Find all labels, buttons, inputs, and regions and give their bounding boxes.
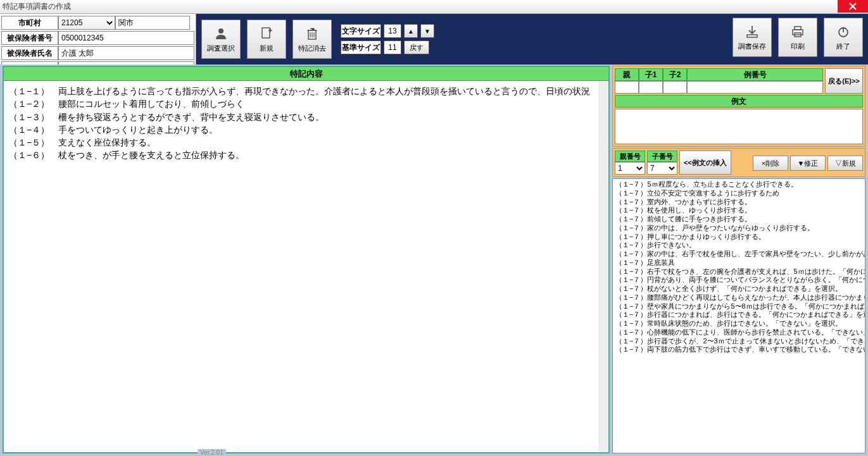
insured-no-label: 被保険者番号 — [1, 31, 58, 45]
example-no-value — [687, 81, 823, 94]
font-size-input[interactable] — [384, 24, 401, 38]
parent-no-header: 親番号 — [615, 151, 645, 162]
example-list-item[interactable]: （１−７）室内外、つかまらずに歩行する。 — [615, 198, 862, 207]
version-label: Ver.2.01 — [198, 449, 226, 456]
example-list-item[interactable]: （１−７）杖がないと全く歩けず、「何かにつかまればできる」を選択。 — [615, 285, 862, 293]
titlebar: 特記事項調書の作成 — [0, 0, 868, 14]
notes-pane: 特記内容 （１−１） 両上肢を上げるように言っても指示が入らず、再現できなかった… — [3, 66, 610, 453]
child-no-select[interactable]: 7 — [647, 162, 677, 175]
parent-value — [615, 81, 639, 94]
child2-header: 子2 — [663, 68, 687, 81]
example-text-header: 例文 — [615, 95, 863, 108]
example-list-item[interactable]: （１−７）5ｍ程度なら、立ち止まることなく歩行できる。 — [615, 180, 862, 189]
edit-button[interactable]: ▼修正 — [790, 156, 826, 171]
example-list-item[interactable]: （１−７）家の中は、右手で杖を使用し、左手で家具や壁をつたい、少し前かがみにな — [615, 250, 862, 259]
font-size-up-button[interactable]: ▲ — [404, 24, 418, 38]
parent-no-select[interactable]: 1 — [615, 162, 645, 175]
trash-icon — [305, 26, 320, 41]
window-title: 特記事項調書の作成 — [3, 1, 71, 12]
insured-no: 0500012345 — [58, 31, 194, 45]
base-size-label: 基準サイズ — [341, 40, 381, 54]
new-example-button[interactable]: ▽新規 — [827, 156, 863, 171]
example-list-item[interactable]: （１−７）心肺機能の低下により、医師から歩行を禁止されている。「できない」を選択 — [615, 328, 862, 337]
notes-textarea[interactable]: （１−１） 両上肢を上げるように言っても指示が入らず、再現できなかった。介護者に… — [4, 81, 598, 452]
city-name: 関市 — [115, 16, 190, 30]
example-list-item[interactable]: （１−７）歩行器で歩くが、2〜3ｍで止まって休まないと歩けないため、「できない」… — [615, 337, 862, 346]
select-survey-button[interactable]: 調査選択 — [201, 20, 241, 59]
parent-header: 親 — [615, 68, 639, 81]
example-list-item[interactable]: （１−７）家の中は、戸や壁をつたいながらゆっくり歩行する。 — [615, 224, 862, 233]
print-button[interactable]: 印刷 — [778, 18, 817, 57]
save-button[interactable]: 調書保存 — [733, 18, 772, 57]
base-size-input[interactable] — [384, 40, 401, 54]
reference-control-panel: 親番号 1 子番号 7 <<例文の挿入 ×削除 ▼修正 ▽新規 — [612, 148, 865, 177]
exit-button[interactable]: 終了 — [824, 18, 863, 57]
main-toolbar: 調査選択 新規 特記消去 文字サイズ ▲ ▼ 基準サイズ — [196, 14, 868, 65]
scrollbar[interactable] — [598, 81, 608, 452]
example-list-item[interactable]: （１−７）腰部痛がひどく再現はしてもらえなかったが、本人は歩行器につかまり、1日… — [615, 293, 862, 302]
clear-button[interactable]: 特記消去 — [292, 20, 332, 59]
delete-button[interactable]: ×削除 — [753, 156, 788, 171]
insured-name-label: 被保険者氏名 — [1, 46, 58, 60]
example-list-item[interactable]: （１−７）右手で杖をつき、左の腕を介護者が支えれば、5ｍは歩けた。「何かにつかま — [615, 268, 862, 276]
close-button[interactable] — [838, 0, 868, 13]
child1-value — [639, 81, 663, 94]
child-no-header: 子番号 — [647, 151, 677, 162]
print-icon — [790, 24, 805, 39]
reset-size-button[interactable]: 戻す — [404, 40, 429, 54]
insured-name: 介護 太郎 — [58, 46, 194, 60]
power-icon — [836, 24, 851, 39]
city-code-select[interactable]: 21205 — [58, 16, 115, 30]
person-icon — [213, 26, 229, 41]
reference-header-panel: 親 子1 子2 例番号 戻る(E)>> 例 — [612, 66, 865, 147]
font-size-label: 文字サイズ — [341, 24, 381, 38]
example-list-item[interactable]: （１−７）足底装具 — [615, 259, 862, 268]
example-list-item[interactable]: （１−７）円背があり、両手を膝についてバランスをとりながら歩く。「何かにつかまれ… — [615, 276, 862, 285]
example-list-item[interactable]: （１−７）前傾して膝に手をつき歩行する。 — [615, 215, 862, 224]
notes-header: 特記内容 — [4, 67, 608, 81]
info-panel: 市町村 21205 関市 被保険者番号 0500012345 被保険者氏名 介護… — [0, 14, 196, 65]
example-list-item[interactable]: （１−７）常時臥床状態のため、歩行はできない。「できない」を選択。 — [615, 319, 862, 328]
svg-rect-3 — [747, 35, 757, 37]
font-size-down-button[interactable]: ▼ — [420, 24, 434, 38]
example-no-header: 例番号 — [687, 68, 823, 81]
example-list-item[interactable]: （１−７）杖を使用し、ゆっくり歩行する。 — [615, 206, 862, 215]
example-text-area[interactable] — [615, 109, 863, 144]
city-label: 市町村 — [1, 16, 58, 30]
example-list-item[interactable]: （１−７）押し車につかまりゆっくり歩行する。 — [615, 233, 862, 242]
close-icon — [849, 3, 857, 10]
example-list-item[interactable]: （１−７）歩行できない。 — [615, 241, 862, 250]
svg-rect-1 — [262, 28, 270, 38]
example-list-item[interactable]: （１−７）壁や家具につかまりながら5〜8ｍは歩行できる。「何かにつかまればできる… — [615, 302, 862, 311]
example-list[interactable]: （１−７）5ｍ程度なら、立ち止まることなく歩行できる。（１−７）立位不安定で突進… — [612, 178, 865, 453]
save-icon — [745, 24, 760, 39]
new-file-icon — [259, 26, 274, 41]
back-button[interactable]: 戻る(E)>> — [825, 68, 863, 94]
child2-value — [663, 81, 687, 94]
new-button[interactable]: 新規 — [247, 20, 286, 59]
example-list-item[interactable]: （１−７）立位不安定で突進するように歩行するため — [615, 189, 862, 198]
svg-rect-5 — [795, 27, 801, 30]
child1-header: 子1 — [639, 68, 663, 81]
example-list-item[interactable]: （１−７）歩行器につかまれば、歩行はできる。「何かにつかまればできる」を選択。 — [615, 311, 862, 319]
svg-point-0 — [218, 28, 223, 34]
example-list-item[interactable]: （１−７）両下肢の筋力低下で歩行はできず、車いすで移動している。「できない」を選 — [615, 345, 862, 354]
insert-example-button[interactable]: <<例文の挿入 — [679, 151, 731, 175]
